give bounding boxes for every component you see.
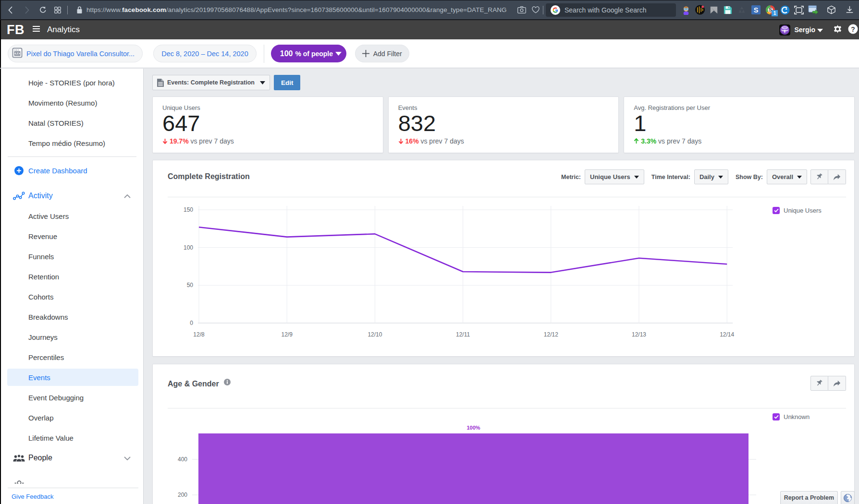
give-feedback-link[interactable]: Give Feedback [12, 493, 143, 500]
user-name[interactable]: Sergio [794, 26, 815, 34]
chart-title: Complete Registration [168, 172, 250, 181]
window-arrow-extension-icon[interactable] [808, 5, 818, 15]
sidebar-item-events[interactable]: Events [7, 369, 138, 386]
fb-logo[interactable]: FB [7, 23, 25, 37]
globe-icon [844, 494, 852, 502]
document-icon [157, 79, 164, 87]
svg-text:12/14: 12/14 [720, 331, 734, 338]
heart-icon[interactable] [532, 3, 540, 17]
globe-button[interactable] [841, 491, 855, 504]
sidebar-item-active-users[interactable]: Active Users [1, 206, 143, 226]
delta-suffix: vs prev 7 days [189, 137, 234, 145]
chevron-up-icon [124, 192, 131, 200]
dark-badge-extension-icon[interactable] [695, 5, 705, 15]
sidebar-item-event-debugging[interactable]: Event Debugging [1, 387, 143, 408]
interval-label: Time Interval: [651, 174, 690, 180]
date-range-pill[interactable]: Dec 8, 2020 – Dec 14, 2020 [153, 45, 257, 62]
pin-button-age[interactable] [810, 376, 828, 391]
forward-icon[interactable] [25, 3, 29, 17]
cube-extension-icon[interactable] [826, 5, 836, 15]
showby-dropdown[interactable]: Overall [767, 169, 807, 184]
interval-dropdown-value: Daily [699, 173, 714, 180]
plus-icon [362, 50, 369, 57]
caret-down-icon [797, 176, 802, 179]
stylish-badge: 1 [772, 10, 778, 16]
recycle-extension-icon[interactable] [736, 5, 747, 15]
hamburger-menu-icon[interactable] [32, 25, 40, 34]
app-title: Analytics [47, 25, 80, 35]
blue-c-extension-icon[interactable] [780, 5, 790, 15]
sidebar-item-retention[interactable]: Retention [1, 266, 143, 287]
sidebar-item-breakdowns[interactable]: Breakdowns [1, 307, 143, 327]
sidebar-item-lifetime-value[interactable]: Lifetime Value [1, 428, 143, 448]
create-dashboard-button[interactable]: Create Dashboard [1, 160, 143, 180]
event-selector-dropdown[interactable]: Events: Complete Registration [152, 75, 270, 90]
camera-icon[interactable] [517, 3, 526, 17]
svg-text:12/9: 12/9 [282, 331, 293, 338]
sidebar-item-percentiles[interactable]: Percentiles [1, 347, 143, 367]
age-gender-title: Age & Gender [168, 379, 231, 388]
gray-cursor-extension-icon[interactable] [709, 5, 719, 15]
age-gender-chart: 200400100% [153, 408, 854, 504]
percent-label: % of people [295, 50, 333, 58]
back-icon[interactable] [8, 3, 12, 17]
metric-value: 647 [162, 111, 373, 135]
share-button[interactable] [828, 169, 846, 184]
sidebar-section-activity[interactable]: Activity [1, 186, 143, 206]
report-problem-button[interactable]: Report a Problem [780, 491, 838, 504]
sidebar-item-revenue[interactable]: Revenue [1, 226, 143, 246]
reload-icon[interactable] [39, 3, 47, 17]
sidebar-item-overlap[interactable]: Overlap [1, 408, 143, 428]
gear-icon[interactable] [833, 24, 843, 36]
event-selector-label: Events: Complete Registration [167, 79, 255, 86]
pin-button[interactable] [810, 169, 828, 184]
sidebar-item-cohorts[interactable]: Cohorts [1, 287, 143, 307]
svg-text:400: 400 [178, 456, 187, 463]
sidebar-dashboard-1[interactable]: Movimento (Resumo) [1, 93, 143, 113]
help-icon[interactable]: ? [848, 24, 858, 36]
metric-card-0: Unique Users647 19.7% vs prev 7 days [152, 96, 383, 153]
entity-pill-label: Pixel do Thiago Varella Consultor... [26, 50, 135, 58]
svg-text:12/11: 12/11 [456, 331, 470, 338]
legend-checkbox[interactable] [773, 207, 780, 214]
caret-down-icon [718, 176, 723, 179]
sidebar-dashboard-2[interactable]: Natal (STORIES) [1, 113, 143, 133]
sidebar-section-partial [1, 468, 143, 484]
avatar[interactable] [779, 24, 790, 36]
download-icon[interactable] [844, 5, 855, 15]
fullscreen-extension-icon[interactable] [794, 5, 804, 15]
save-floppy-extension-icon[interactable] [723, 5, 733, 15]
person-emoji-extension-icon[interactable] [681, 5, 691, 15]
caret-down-icon [634, 176, 639, 179]
chevron-down-icon [124, 454, 131, 462]
edit-button[interactable]: Edit [274, 75, 301, 90]
showby-dropdown-value: Overall [772, 173, 793, 180]
stylish-extension-icon[interactable]: S 1 [764, 5, 776, 15]
sidebar-item-journeys[interactable]: Journeys [1, 327, 143, 347]
sidebar-dashboard-0[interactable]: Hoje - STORIES (por hora) [1, 72, 143, 93]
add-filter-label: Add Filter [373, 50, 402, 58]
svg-text:50: 50 [187, 282, 194, 288]
sidebar-section-people[interactable]: People [1, 448, 143, 468]
tiles-icon[interactable] [54, 3, 61, 17]
metric-card-label: Avg. Registrations per User [634, 104, 845, 111]
interval-dropdown[interactable]: Daily [694, 169, 728, 184]
sidebar-item-funnels[interactable]: Funnels [1, 246, 143, 266]
entity-selector-pill[interactable]: Pixel do Thiago Varella Consultor... [8, 45, 143, 62]
add-filter-button[interactable]: Add Filter [355, 45, 409, 62]
age-legend-checkbox[interactable] [773, 413, 780, 420]
metric-label: Metric: [561, 174, 581, 180]
url-text[interactable]: https://www.facebook.com/analytics/20199… [86, 6, 514, 13]
lock-icon[interactable] [77, 3, 82, 17]
svg-text:0: 0 [190, 320, 193, 326]
date-pill-label: Dec 8, 2020 – Dec 14, 2020 [161, 50, 248, 58]
user-caret-icon[interactable] [817, 25, 823, 34]
search-input[interactable]: Search with Google Search [546, 3, 676, 17]
sidebar: Hoje - STORIES (por hora)Movimento (Resu… [0, 69, 144, 504]
percent-of-people-pill[interactable]: 100 % of people [271, 45, 346, 62]
blue-s-extension-icon[interactable]: S [750, 5, 761, 15]
share-button-age[interactable] [828, 376, 846, 391]
sidebar-dashboard-3[interactable]: Tempo médio (Resumo) [1, 133, 143, 153]
metric-dropdown[interactable]: Unique Users [585, 169, 644, 184]
svg-text:150: 150 [184, 206, 193, 213]
